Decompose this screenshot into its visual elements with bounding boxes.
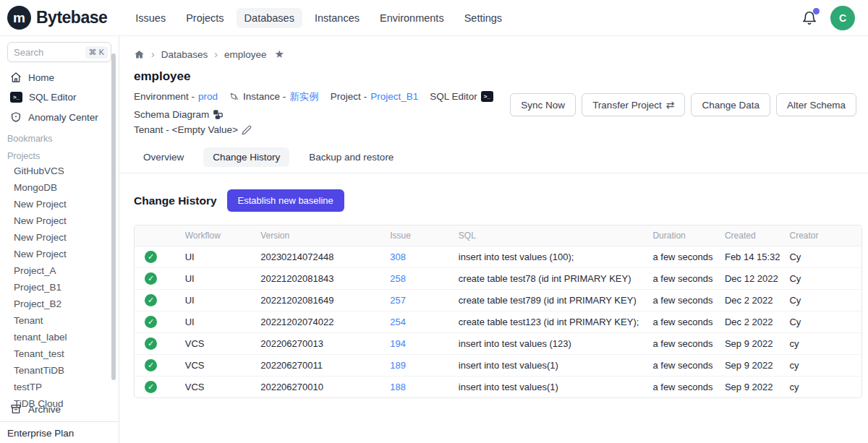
tab[interactable]: Change History (203, 147, 289, 167)
home-icon (10, 72, 22, 83)
search-box[interactable]: ⌘ K (7, 42, 111, 62)
sidebar-project-item[interactable]: Project_A (0, 262, 119, 279)
cell-created: Feb 14 15:32 (725, 247, 790, 267)
sidebar-scrollbar[interactable] (111, 53, 116, 380)
database-meta-line-1: Environment - prod Instance - 新实例 Projec… (134, 89, 510, 122)
sidebar-project-item[interactable]: New Project (0, 246, 119, 262)
bytebase-logo[interactable]: m Bytebase (7, 6, 107, 30)
cell-created: Dec 2 2022 (725, 291, 790, 310)
nav-item[interactable]: Environments (372, 8, 452, 28)
bytebase-logo-text: Bytebase (36, 8, 107, 27)
success-check-icon: ✓ (145, 316, 157, 328)
table-row[interactable]: ✓ UI 20230214072448 308 insert into test… (135, 246, 861, 268)
cell-created: Dec 2 2022 (725, 312, 790, 332)
issue-link[interactable]: 189 (390, 360, 406, 371)
user-avatar[interactable]: C (830, 6, 855, 30)
sidebar-project-item[interactable]: New Project (0, 196, 119, 212)
issue-link[interactable]: 308 (390, 251, 406, 262)
home-breadcrumb-icon[interactable] (134, 49, 145, 60)
sidebar-item-sql-editor[interactable]: >_ SQL Editor (3, 88, 116, 106)
nav-item[interactable]: Databases (237, 8, 302, 28)
tab[interactable]: Backup and restore (299, 147, 403, 167)
cell-created: Sep 9 2022 (725, 334, 790, 353)
page-title: employee (119, 61, 868, 84)
sync-now-button[interactable]: Sync Now (510, 93, 576, 116)
sidebar-item-anomaly-center[interactable]: Anomaly Center (3, 108, 116, 126)
cell-sql: insert into test values(1) (459, 356, 653, 375)
projects-section-label: Projects (0, 145, 119, 163)
sidebar-project-item[interactable]: New Project (0, 229, 119, 246)
issue-link[interactable]: 194 (390, 338, 406, 349)
success-check-icon: ✓ (145, 359, 157, 371)
bookmark-star-icon[interactable]: ★ (274, 48, 284, 61)
cell-version: 20230214072448 (260, 247, 390, 267)
database-tabs: OverviewChange HistoryBackup and restore (119, 137, 868, 173)
nav-item[interactable]: Settings (456, 8, 510, 28)
search-input[interactable] (14, 47, 85, 58)
sidebar-project-item[interactable]: GitHubVCS (0, 163, 119, 179)
sidebar-project-item[interactable]: testTP (0, 379, 119, 395)
table-row[interactable]: ✓ UI 20221202074022 254 create table tes… (135, 311, 861, 333)
sidebar-project-item[interactable]: Tenant (0, 312, 119, 329)
nav-item[interactable]: Projects (178, 8, 231, 28)
issue-link[interactable]: 254 (390, 317, 406, 327)
transfer-project-button[interactable]: Transfer Project ⇄ (582, 93, 685, 116)
column-header-issue: Issue (390, 225, 459, 246)
instance-meta: Instance - 新实例 (229, 89, 319, 104)
nav-item[interactable]: Instances (307, 8, 367, 28)
archive-icon (10, 403, 22, 415)
project-meta: Project - Project_B1 (331, 89, 418, 104)
sidebar-project-item[interactable]: Project_B2 (0, 296, 119, 312)
column-header-creator: Creator (789, 225, 861, 246)
change-history-table: Workflow Version Issue SQL Duration Crea… (134, 225, 862, 398)
project-link[interactable]: Project_B1 (370, 89, 418, 104)
environment-label: Environment - (134, 89, 195, 104)
table-row[interactable]: ✓ UI 20221202081843 258 create table tes… (135, 268, 861, 290)
column-header-sql: SQL (459, 225, 653, 246)
sidebar-project-item[interactable]: Tenant_test (0, 345, 119, 362)
cell-version: 20221202081843 (260, 269, 390, 288)
cell-sql: create table test78 (id int PRIMARY KEY) (459, 269, 653, 288)
section-title: Change History (134, 194, 217, 207)
sql-editor-shortcut[interactable]: SQL Editor >_ (430, 89, 493, 104)
sidebar-project-item[interactable]: Project_B1 (0, 279, 119, 296)
breadcrumb-current: employee (224, 49, 267, 60)
cell-creator: cy (789, 356, 861, 375)
sidebar-project-item[interactable]: New Project (0, 212, 119, 229)
top-navigation-bar: m Bytebase IssuesProjectsDatabasesInstan… (0, 0, 868, 36)
sidebar-project-item[interactable]: tenant_label (0, 329, 119, 345)
change-data-button[interactable]: Change Data (691, 93, 770, 116)
table-row[interactable]: ✓ VCS 202206270011 189 insert into test … (135, 355, 861, 377)
issue-link[interactable]: 258 (390, 273, 406, 284)
notification-bell-button[interactable] (801, 9, 819, 27)
sidebar-project-item[interactable]: MongoDB (0, 179, 119, 196)
edit-pencil-icon[interactable] (242, 125, 252, 135)
table-row[interactable]: ✓ UI 20221202081649 257 create table tes… (135, 290, 861, 311)
tab[interactable]: Overview (134, 147, 193, 167)
issue-link[interactable]: 188 (390, 382, 406, 392)
table-row[interactable]: ✓ VCS 202206270010 188 insert into test … (135, 377, 861, 397)
sidebar-project-item[interactable]: TenantTiDB (0, 362, 119, 379)
success-check-icon: ✓ (145, 294, 157, 306)
alter-schema-button[interactable]: Alter Schema (776, 93, 856, 116)
enterprise-plan-label[interactable]: Enterprise Plan (0, 422, 119, 443)
issue-link[interactable]: 257 (390, 295, 406, 306)
sidebar-item-label: SQL Editor (29, 92, 77, 103)
sidebar-item-home[interactable]: Home (3, 68, 116, 87)
establish-baseline-button[interactable]: Establish new baseline (227, 189, 344, 212)
column-header-created: Created (725, 225, 790, 246)
breadcrumb-databases[interactable]: Databases (161, 49, 208, 60)
terminal-icon: >_ (10, 92, 22, 103)
sidebar-item-label: Home (28, 72, 54, 83)
cell-workflow: UI (185, 269, 260, 288)
table-row[interactable]: ✓ VCS 202206270013 194 insert into test … (135, 333, 861, 355)
environment-link[interactable]: prod (198, 89, 218, 104)
notification-dot (813, 8, 820, 14)
schema-diagram-shortcut[interactable]: Schema Diagram (134, 107, 224, 122)
instance-link[interactable]: 新实例 (289, 89, 319, 104)
cell-created: Sep 9 2022 (725, 356, 790, 375)
nav-item[interactable]: Issues (127, 8, 174, 28)
sidebar-item-archive[interactable]: Archive (3, 400, 116, 418)
environment-meta: Environment - prod (134, 89, 218, 104)
main-content: › Databases › employee ★ employee Enviro… (119, 36, 868, 443)
